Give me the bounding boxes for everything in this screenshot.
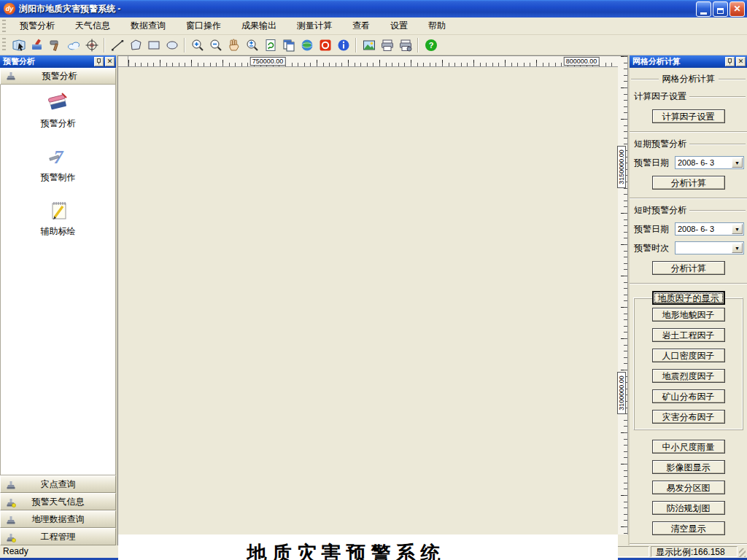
refresh-button[interactable] xyxy=(262,36,279,54)
image-export-button[interactable] xyxy=(360,36,378,54)
copy-layers-button[interactable] xyxy=(280,36,298,54)
pin-icon xyxy=(726,58,734,66)
restore-button[interactable] xyxy=(713,1,728,17)
resize-grip[interactable] xyxy=(739,548,746,557)
right-panel-close-button[interactable]: ✕ xyxy=(736,57,746,66)
menu-grip[interactable] xyxy=(2,20,6,31)
line-tool-button[interactable] xyxy=(109,36,126,54)
pan-hand-icon xyxy=(227,38,241,52)
menu-item-1[interactable]: 天气信息 xyxy=(65,18,120,34)
globe-button[interactable] xyxy=(298,36,316,54)
left-panel-bar-3[interactable]: 工程管理 xyxy=(0,528,116,545)
tool-bar: ? xyxy=(0,35,747,55)
rectangle-tool-button[interactable] xyxy=(145,36,163,54)
combo-预警时次[interactable]: ▼ xyxy=(675,241,744,254)
left-panel-item-0[interactable]: 预警分析 xyxy=(1,90,115,130)
polygon-tool-button[interactable] xyxy=(127,36,144,54)
right-panel-pin-button[interactable] xyxy=(725,57,735,66)
print-button[interactable] xyxy=(379,36,396,54)
rp-button-灾害分布因子[interactable]: 灾害分布因子 xyxy=(652,410,725,424)
close-button[interactable]: ✕ xyxy=(729,1,745,17)
cloud-button[interactable] xyxy=(65,36,82,54)
map-canvas[interactable]: 地质灾害预警系统 xyxy=(118,534,618,560)
menu-item-0[interactable]: 预警分析 xyxy=(9,18,65,34)
ellipse-tool-icon xyxy=(165,38,179,52)
combo-label: 预警日期 xyxy=(634,157,675,169)
toolbar-separator xyxy=(417,38,419,52)
left-panel-bar-2[interactable]: 地理数据查询 xyxy=(0,510,116,528)
brush-button[interactable] xyxy=(28,36,46,54)
menu-item-5[interactable]: 测量计算 xyxy=(287,18,342,34)
title-bar: dy 浏阳市地质灾害预警系统 - ✕ xyxy=(0,0,747,18)
toolbar-separator xyxy=(104,38,105,52)
map-select-button[interactable] xyxy=(10,36,28,54)
book-icon xyxy=(46,90,71,115)
stop-button[interactable] xyxy=(317,36,334,54)
svg-text:?: ? xyxy=(428,41,433,50)
left-panel-bar-0[interactable]: 灾点查询 xyxy=(0,475,116,493)
ellipse-tool-button[interactable] xyxy=(163,36,181,54)
copy-layers-icon xyxy=(282,38,296,52)
menu-item-6[interactable]: 查看 xyxy=(342,18,380,34)
minimize-button[interactable] xyxy=(696,1,711,17)
left-panel-close-button[interactable]: ✕ xyxy=(105,57,115,66)
chevron-down-icon[interactable]: ▼ xyxy=(732,224,743,234)
menu-bar: 预警分析天气信息数据查询窗口操作成果输出测量计算查看设置帮助 xyxy=(0,18,747,35)
menu-item-8[interactable]: 帮助 xyxy=(418,18,456,34)
pan-hand-button[interactable] xyxy=(225,36,243,54)
help-button[interactable]: ? xyxy=(422,36,440,54)
rp-button-岩土工程因子[interactable]: 岩土工程因子 xyxy=(652,328,725,342)
menu-item-3[interactable]: 窗口操作 xyxy=(176,18,231,34)
make-icon: 7 xyxy=(46,144,71,169)
notepad-icon xyxy=(46,198,71,223)
left-panel-item-1[interactable]: 7预警制作 xyxy=(1,144,115,184)
combo-row: 预警时次▼ xyxy=(634,241,744,254)
left-panel-item-2[interactable]: 辅助标绘 xyxy=(1,198,115,238)
left-panel-bar-1[interactable]: 预警天气信息 xyxy=(0,493,116,510)
refresh-icon xyxy=(263,38,278,52)
rp-button-分析计算[interactable]: 分析计算 xyxy=(652,176,725,190)
factor-group-box: 地形地貌因子岩土工程因子人口密度因子地震烈度因子矿山分布因子灾害分布因子 xyxy=(633,298,743,430)
target-button[interactable] xyxy=(83,36,101,54)
rp-button-影像图显示[interactable]: 影像图显示 xyxy=(652,460,725,474)
brush-icon xyxy=(30,38,44,52)
left-panel-header-label: 预警分析 xyxy=(21,70,98,82)
left-panel-pin-button[interactable] xyxy=(94,57,104,66)
print-setup-button[interactable] xyxy=(397,36,414,54)
rp-button-清空显示[interactable]: 清空显示 xyxy=(652,521,725,535)
section-divider xyxy=(630,131,747,133)
rp-button-矿山分布因子[interactable]: 矿山分布因子 xyxy=(652,389,725,403)
rp-button-计算因子设置[interactable]: 计算因子设置 xyxy=(652,109,725,123)
combo-预警日期[interactable]: 2008- 6- 3▼ xyxy=(675,156,744,169)
rp-button-中小尺度雨量[interactable]: 中小尺度雨量 xyxy=(652,440,725,454)
left-panel-header[interactable]: 预警分析 xyxy=(0,68,116,85)
zoom-out-button[interactable] xyxy=(207,36,225,54)
section-label: 计算因子设置 xyxy=(634,90,746,103)
rp-button-分析计算[interactable]: 分析计算 xyxy=(652,261,725,275)
rp-button-人口密度因子[interactable]: 人口密度因子 xyxy=(652,349,725,362)
left-panel-bottom-bars: 灾点查询预警天气信息地理数据查询工程管理 xyxy=(0,475,116,545)
zoom-extent-icon xyxy=(245,38,260,52)
chevron-down-icon[interactable]: ▼ xyxy=(732,243,743,253)
zoom-in-button[interactable] xyxy=(189,36,206,54)
hammer-button[interactable] xyxy=(47,36,64,54)
map-title: 地质灾害预警系统 xyxy=(118,540,574,560)
info-button[interactable] xyxy=(335,36,352,54)
rp-button-地震烈度因子[interactable]: 地震烈度因子 xyxy=(652,369,725,383)
ruler-label-y: 3100000.00 xyxy=(617,372,626,414)
rp-button-易发分区图[interactable]: 易发分区图 xyxy=(652,481,725,494)
combo-预警日期[interactable]: 2008- 6- 3▼ xyxy=(675,222,744,236)
zoom-extent-button[interactable] xyxy=(244,36,261,54)
menu-item-4[interactable]: 成果输出 xyxy=(231,18,287,34)
toolbar-grip[interactable] xyxy=(2,38,6,52)
rp-button-防治规划图[interactable]: 防治规划图 xyxy=(652,501,725,515)
print-setup-icon xyxy=(398,38,413,52)
app-window: dy 浏阳市地质灾害预警系统 - ✕ 预警分析天气信息数据查询窗口操作成果输出测… xyxy=(0,0,747,560)
menu-item-2[interactable]: 数据查询 xyxy=(120,18,176,34)
rp-button-地质因子的显示[interactable]: 地质因子的显示 xyxy=(652,291,725,305)
left-panel-bar-label: 地理数据查询 xyxy=(20,513,96,526)
rp-button-地形地貌因子[interactable]: 地形地貌因子 xyxy=(652,308,725,322)
chevron-down-icon[interactable]: ▼ xyxy=(732,158,743,168)
menu-item-7[interactable]: 设置 xyxy=(380,18,418,34)
combo-value: 2008- 6- 3 xyxy=(676,158,732,167)
